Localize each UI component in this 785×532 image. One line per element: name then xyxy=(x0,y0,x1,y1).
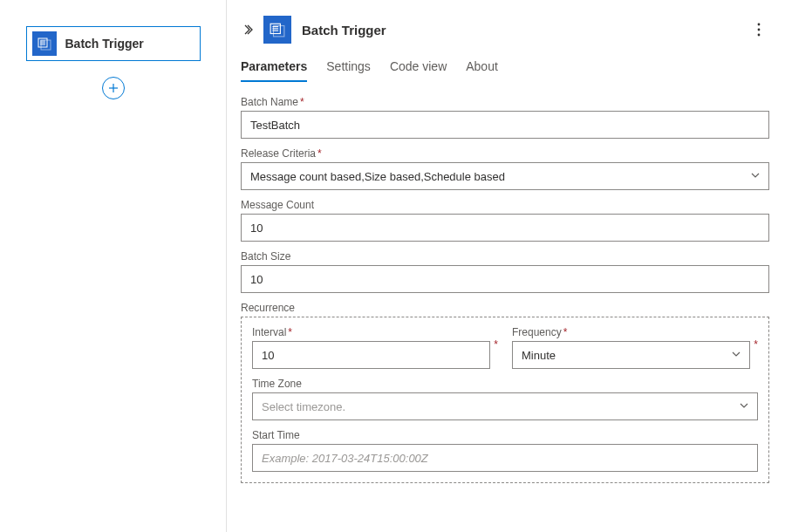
field-timezone: Time Zone xyxy=(252,378,758,420)
svg-point-14 xyxy=(758,34,761,37)
details-pane: Batch Trigger Parameters Settings Code v… xyxy=(227,0,785,532)
field-release-criteria: Release Criteria* xyxy=(241,147,769,190)
svg-point-12 xyxy=(758,24,761,26)
batch-size-input[interactable] xyxy=(241,265,769,293)
batch-size-label: Batch Size xyxy=(241,250,769,263)
field-frequency: Frequency* xyxy=(512,326,750,369)
add-node-button[interactable] xyxy=(102,77,125,99)
message-count-label: Message Count xyxy=(241,199,769,211)
node-batch-trigger[interactable]: Batch Trigger xyxy=(26,26,201,61)
more-menu-button[interactable] xyxy=(748,19,769,40)
release-criteria-label: Release Criteria* xyxy=(241,147,769,160)
tab-parameters[interactable]: Parameters xyxy=(241,59,307,82)
timezone-label: Time Zone xyxy=(252,378,758,390)
timezone-select[interactable] xyxy=(252,392,758,420)
field-interval: Interval* xyxy=(252,326,490,369)
svg-point-13 xyxy=(758,29,761,31)
frequency-label: Frequency* xyxy=(512,326,750,338)
field-message-count: Message Count xyxy=(241,199,769,242)
batch-trigger-icon xyxy=(32,31,57,56)
release-criteria-select[interactable] xyxy=(241,162,769,190)
frequency-select[interactable] xyxy=(512,341,750,369)
tab-codeview[interactable]: Code view xyxy=(390,59,447,82)
form: Batch Name* Release Criteria* Message Co… xyxy=(239,96,769,516)
collapse-panel-button[interactable] xyxy=(239,24,256,36)
tabbar: Parameters Settings Code view About xyxy=(239,59,769,82)
canvas-pane: Batch Trigger xyxy=(0,0,227,532)
start-time-input[interactable] xyxy=(252,444,758,472)
required-indicator: * xyxy=(754,338,758,351)
recurrence-label: Recurrence xyxy=(241,302,769,314)
field-batch-size: Batch Size xyxy=(241,250,769,293)
field-recurrence: Recurrence Interval* * Frequency* xyxy=(241,302,769,483)
tab-about[interactable]: About xyxy=(466,59,498,82)
batch-trigger-icon xyxy=(263,16,291,44)
panel-header: Batch Trigger xyxy=(239,16,769,44)
interval-label: Interval* xyxy=(252,326,490,338)
required-indicator: * xyxy=(494,338,498,351)
panel-title: Batch Trigger xyxy=(302,23,741,38)
batch-name-input[interactable] xyxy=(241,111,769,139)
recurrence-box: Interval* * Frequency* * xyxy=(241,317,769,483)
field-start-time: Start Time xyxy=(252,429,758,472)
start-time-label: Start Time xyxy=(252,429,758,441)
node-label: Batch Trigger xyxy=(65,37,144,51)
field-batch-name: Batch Name* xyxy=(241,96,769,139)
batch-name-label: Batch Name* xyxy=(241,96,769,108)
tab-settings[interactable]: Settings xyxy=(326,59,371,82)
interval-input[interactable] xyxy=(252,341,490,369)
message-count-input[interactable] xyxy=(241,214,769,242)
